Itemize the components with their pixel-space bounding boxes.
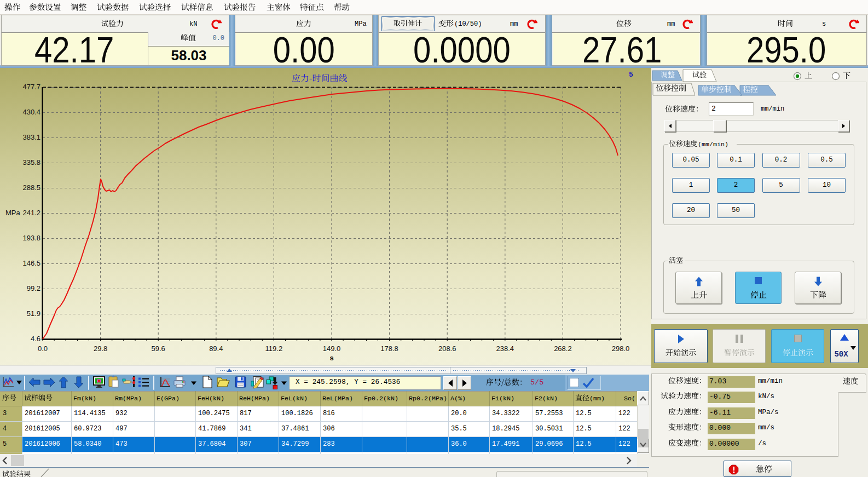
svg-text:241.2: 241.2 — [22, 209, 40, 217]
svg-text:238.4: 238.4 — [496, 344, 514, 353]
svg-text:MPa: MPa — [5, 209, 21, 217]
svg-text:149.0: 149.0 — [323, 344, 341, 353]
svg-text:s: s — [329, 354, 333, 362]
svg-text:288.5: 288.5 — [22, 183, 40, 192]
svg-text:208.6: 208.6 — [438, 344, 456, 353]
svg-text:193.8: 193.8 — [22, 234, 40, 242]
svg-text:430.4: 430.4 — [22, 108, 40, 116]
svg-text:99.2: 99.2 — [27, 284, 40, 292]
svg-text:268.2: 268.2 — [554, 344, 572, 353]
svg-text:178.8: 178.8 — [380, 344, 398, 353]
svg-text:477.7: 477.7 — [22, 83, 40, 91]
svg-text:59.6: 59.6 — [152, 344, 165, 353]
svg-text:298.0: 298.0 — [612, 344, 630, 353]
svg-text:146.5: 146.5 — [22, 259, 40, 267]
svg-text:89.4: 89.4 — [209, 344, 223, 353]
svg-text:119.2: 119.2 — [265, 344, 283, 353]
svg-text:4.6: 4.6 — [31, 335, 40, 343]
svg-text:383.1: 383.1 — [22, 133, 40, 141]
svg-text:29.8: 29.8 — [94, 344, 107, 353]
svg-text:0.0: 0.0 — [38, 344, 48, 353]
svg-text:335.8: 335.8 — [22, 158, 40, 166]
svg-text:51.9: 51.9 — [27, 309, 40, 318]
